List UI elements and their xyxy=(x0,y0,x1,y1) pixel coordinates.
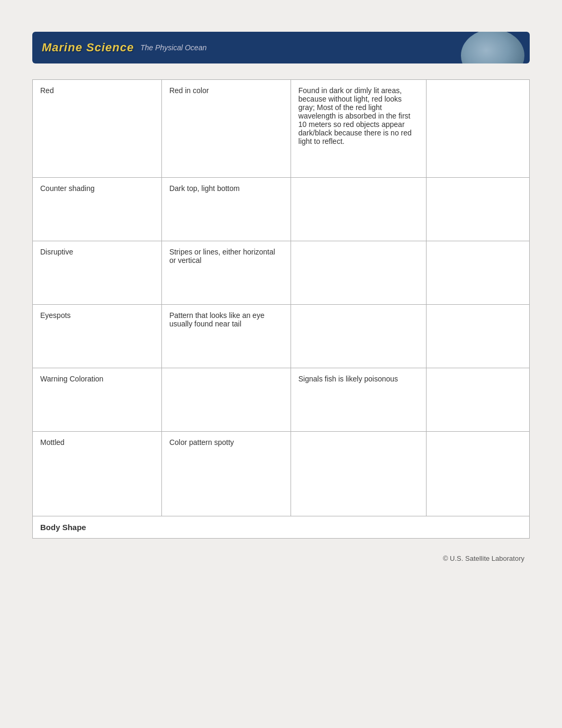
table-row: Counter shading Dark top, light bottom xyxy=(33,178,530,241)
row-desc-warning-coloration xyxy=(161,368,291,432)
row-name-disruptive: Disruptive xyxy=(33,241,162,305)
header-fish-image xyxy=(461,32,524,63)
header-title: Marine Science xyxy=(42,41,134,54)
row-desc-eyespots: Pattern that looks like an eye usually f… xyxy=(161,305,291,368)
body-shape-label: Body Shape xyxy=(33,516,530,539)
row-desc-mottled: Color pattern spotty xyxy=(161,432,291,516)
row-name-counter-shading: Counter shading xyxy=(33,178,162,241)
row-desc-disruptive: Stripes or lines, either horizontal or v… xyxy=(161,241,291,305)
row-img-counter-shading xyxy=(426,178,529,241)
row-img-eyespots xyxy=(426,305,529,368)
table-row: Warning Coloration Signals fish is likel… xyxy=(33,368,530,432)
row-name-red: Red xyxy=(33,80,162,178)
main-table: Red Red in color Found in dark or dimly … xyxy=(32,79,530,539)
row-name-warning-coloration: Warning Coloration xyxy=(33,368,162,432)
table-row: Red Red in color Found in dark or dimly … xyxy=(33,80,530,178)
row-img-warning-coloration xyxy=(426,368,529,432)
row-desc-counter-shading: Dark top, light bottom xyxy=(161,178,291,241)
row-name-eyespots: Eyespots xyxy=(33,305,162,368)
row-img-red xyxy=(426,80,529,178)
row-func-disruptive xyxy=(291,241,426,305)
table-row: Eyespots Pattern that looks like an eye … xyxy=(33,305,530,368)
row-img-mottled xyxy=(426,432,529,516)
header-banner: Marine Science The Physical Ocean xyxy=(32,32,530,63)
table-row: Mottled Color pattern spotty xyxy=(33,432,530,516)
table-row: Disruptive Stripes or lines, either hori… xyxy=(33,241,530,305)
row-func-warning-coloration: Signals fish is likely poisonous xyxy=(291,368,426,432)
row-name-mottled: Mottled xyxy=(33,432,162,516)
row-func-counter-shading xyxy=(291,178,426,241)
footer-copyright: © U.S. Satellite Laboratory xyxy=(32,554,530,584)
row-func-red: Found in dark or dimly lit areas, becaus… xyxy=(291,80,426,178)
row-img-disruptive xyxy=(426,241,529,305)
table-row-body-shape: Body Shape xyxy=(33,516,530,539)
header-subtitle: The Physical Ocean xyxy=(140,43,206,52)
row-func-eyespots xyxy=(291,305,426,368)
row-func-mottled xyxy=(291,432,426,516)
row-desc-red: Red in color xyxy=(161,80,291,178)
